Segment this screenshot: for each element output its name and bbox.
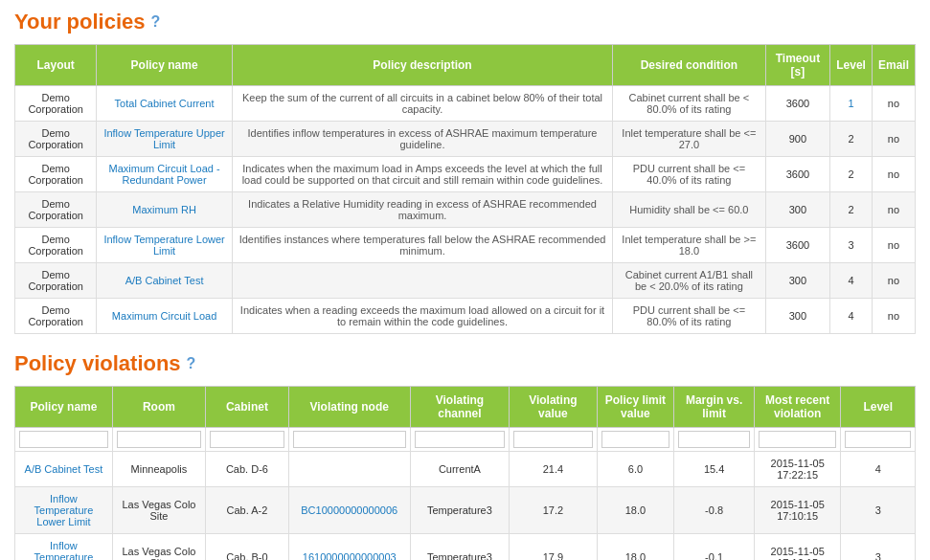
- vcol-policy-limit: Policy limit value: [597, 387, 674, 428]
- policy-level: 2: [830, 157, 873, 192]
- violations-filter-input[interactable]: [678, 431, 750, 448]
- policies-title: Your policies ?: [14, 10, 916, 34]
- vcol-level: Level: [841, 387, 916, 428]
- violation-room: Las Vegas Colo Site: [112, 534, 205, 561]
- policy-description: Keep the sum of the current of all circu…: [232, 86, 612, 122]
- policy-layout: Demo Corporation: [15, 299, 97, 334]
- violation-cabinet: Cab. A-2: [206, 487, 289, 534]
- policy-name: Maximum RH: [97, 192, 232, 228]
- policy-row: Demo Corporation Inflow Temperature Uppe…: [15, 122, 916, 157]
- violations-filter-input[interactable]: [210, 431, 284, 448]
- policy-layout: Demo Corporation: [15, 86, 97, 122]
- policy-timeout: 3600: [765, 228, 830, 263]
- violation-margin: 15.4: [674, 452, 755, 487]
- vcol-policy-name: Policy name: [15, 387, 113, 428]
- violations-filter-input[interactable]: [117, 431, 201, 448]
- violation-cabinet: Cab. D-6: [206, 452, 289, 487]
- violation-room: Minneapolis: [112, 452, 205, 487]
- policy-name: Maximum Circuit Load - Redundant Power: [97, 157, 232, 192]
- policy-level: 2: [830, 192, 873, 228]
- col-policy-name: Policy name: [97, 45, 232, 86]
- policy-row: Demo Corporation Total Cabinet Current K…: [15, 86, 916, 122]
- policy-desired: Cabinet current A1/B1 shall be < 20.0% o…: [613, 263, 765, 299]
- policies-table: Layout Policy name Policy description De…: [14, 44, 916, 334]
- policy-level: 3: [830, 228, 873, 263]
- violation-limit: 6.0: [597, 452, 674, 487]
- violations-filter-input[interactable]: [601, 431, 670, 448]
- violations-filter-row: [15, 428, 916, 452]
- policy-description: Identifies instances where temperatures …: [232, 228, 612, 263]
- violation-level: 3: [841, 487, 916, 534]
- policy-timeout: 3600: [765, 86, 830, 122]
- col-timeout: Timeout [s]: [765, 45, 830, 86]
- policy-email: no: [872, 299, 915, 334]
- col-level: Level: [830, 45, 873, 86]
- policy-layout: Demo Corporation: [15, 228, 97, 263]
- policy-desired: Cabinet current shall be < 80.0% of its …: [613, 86, 765, 122]
- col-desired-condition: Desired condition: [613, 45, 765, 86]
- policies-help-icon[interactable]: ?: [151, 13, 161, 31]
- policy-email: no: [872, 86, 915, 122]
- violation-policy-name: A/B Cabinet Test: [15, 452, 113, 487]
- violation-level: 3: [841, 534, 916, 561]
- vcol-violating-channel: Violating channel: [410, 387, 510, 428]
- policy-email: no: [872, 263, 915, 299]
- violations-help-icon[interactable]: ?: [187, 355, 196, 372]
- violations-filter-input[interactable]: [845, 431, 911, 448]
- violations-table: Policy name Room Cabinet Violating node …: [14, 386, 916, 560]
- violations-filter-input[interactable]: [759, 431, 837, 448]
- violation-node: BC10000000000006: [288, 487, 410, 534]
- policy-description: Indicates when the maximum load in Amps …: [232, 157, 612, 192]
- policy-name: Total Cabinet Current: [97, 86, 232, 122]
- policy-desired: Inlet temperature shall be >= 18.0: [613, 228, 765, 263]
- violation-node: 1610000000000003: [288, 534, 410, 561]
- violation-limit: 18.0: [597, 534, 674, 561]
- vcol-cabinet: Cabinet: [206, 387, 289, 428]
- policy-row: Demo Corporation Maximum Circuit Load In…: [15, 299, 916, 334]
- policy-desired: PDU current shall be <= 80.0% of its rat…: [613, 299, 765, 334]
- vcol-violating-value: Violating value: [510, 387, 597, 428]
- violating-node-link[interactable]: BC10000000000006: [301, 504, 397, 516]
- policy-email: no: [872, 157, 915, 192]
- policy-layout: Demo Corporation: [15, 263, 97, 299]
- policy-name: A/B Cabinet Test: [97, 263, 232, 299]
- policy-timeout: 300: [765, 192, 830, 228]
- violation-margin: -0.1: [674, 534, 755, 561]
- violation-node: [288, 452, 410, 487]
- violations-filter-input[interactable]: [19, 431, 108, 448]
- violating-node-link[interactable]: 1610000000000003: [303, 551, 397, 560]
- policy-row: Demo Corporation Maximum RH Indicates a …: [15, 192, 916, 228]
- policy-description: [232, 263, 612, 299]
- violation-row: Inflow Temperature Lower Limit Las Vegas…: [15, 534, 916, 561]
- policy-layout: Demo Corporation: [15, 157, 97, 192]
- policy-row: Demo Corporation Maximum Circuit Load - …: [15, 157, 916, 192]
- policy-name: Inflow Temperature Lower Limit: [97, 228, 232, 263]
- violation-value: 21.4: [510, 452, 597, 487]
- policy-row: Demo Corporation A/B Cabinet Test Cabine…: [15, 263, 916, 299]
- policy-description: Identifies inflow temperatures in excess…: [232, 122, 612, 157]
- policy-level: 2: [830, 122, 873, 157]
- policies-header-row: Layout Policy name Policy description De…: [15, 45, 916, 86]
- vcol-violating-node: Violating node: [288, 387, 410, 428]
- violation-most-recent: 2015-11-05 17:10:15: [754, 487, 841, 534]
- policy-email: no: [872, 228, 915, 263]
- violation-value: 17.2: [510, 487, 597, 534]
- violation-limit: 18.0: [597, 487, 674, 534]
- policy-level: 4: [830, 299, 873, 334]
- violation-row: Inflow Temperature Lower Limit Las Vegas…: [15, 487, 916, 534]
- policy-timeout: 900: [765, 122, 830, 157]
- policy-desired: Humidity shall be <= 60.0: [613, 192, 765, 228]
- violation-policy-name: Inflow Temperature Lower Limit: [15, 534, 113, 561]
- policy-timeout: 3600: [765, 157, 830, 192]
- policy-layout: Demo Corporation: [15, 122, 97, 157]
- violation-channel: CurrentA: [410, 452, 510, 487]
- col-email: Email: [872, 45, 915, 86]
- policy-name: Maximum Circuit Load: [97, 299, 232, 334]
- violations-filter-input[interactable]: [513, 431, 592, 448]
- violations-filter-input[interactable]: [293, 431, 406, 448]
- violation-row: A/B Cabinet Test Minneapolis Cab. D-6 Cu…: [15, 452, 916, 487]
- violations-filter-input[interactable]: [415, 431, 506, 448]
- policy-name: Inflow Temperature Upper Limit: [97, 122, 232, 157]
- policy-desired: Inlet temperature shall be <= 27.0: [613, 122, 765, 157]
- policy-description: Indicates when a reading exceeds the max…: [232, 299, 612, 334]
